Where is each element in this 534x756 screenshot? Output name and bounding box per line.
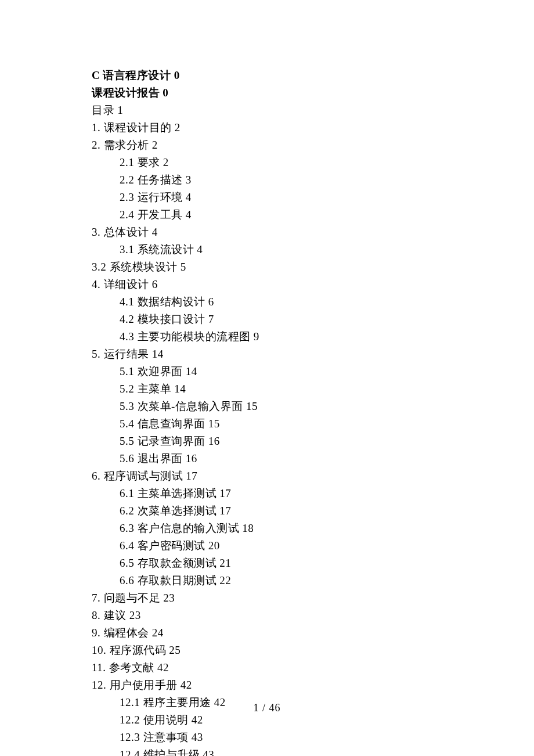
toc-entry: 5. 运行结果 14 — [92, 345, 476, 363]
toc-heading: 目录 1 — [92, 102, 476, 119]
toc-entry: 5.3 次菜单-信息输入界面 15 — [92, 398, 476, 415]
toc-entry: 4.2 模块接口设计 7 — [92, 311, 476, 328]
doc-title-1: C 语言程序设计 0 — [92, 67, 476, 84]
toc-entry: 1. 课程设计目的 2 — [92, 119, 476, 136]
toc-entry: 6.4 客户密码测试 20 — [92, 537, 476, 555]
toc-entry: 8. 建议 23 — [92, 607, 476, 624]
toc-block: 4. 详细设计 64.1 数据结构设计 64.2 模块接口设计 74.3 主要功… — [92, 276, 476, 756]
toc-block: 1. 课程设计目的 22. 需求分析 22.1 要求 22.2 任务描述 32.… — [92, 119, 476, 258]
toc-entry: 10. 程序源代码 25 — [92, 642, 476, 659]
toc-entry: 6.6 存取款日期测试 22 — [92, 572, 476, 589]
toc-entry: 5.2 主菜单 14 — [92, 380, 476, 398]
toc-entry: 4. 详细设计 6 — [92, 276, 476, 293]
toc-entry: 4.3 主要功能模块的流程图 9 — [92, 328, 476, 345]
toc-entry: 5.5 记录查询界面 16 — [92, 433, 476, 450]
toc-entry: 5.1 欢迎界面 14 — [92, 363, 476, 380]
toc-entry: 11. 参考文献 42 — [92, 659, 476, 676]
toc-entry: 12. 用户使用手册 42 — [92, 676, 476, 694]
toc-entry: 3. 总体设计 4 — [92, 224, 476, 241]
toc-entry: 12.4 维护与升级 43 — [92, 746, 476, 756]
toc-entry: 6.2 次菜单选择测试 17 — [92, 502, 476, 520]
toc-entry: 2.4 开发工具 4 — [92, 206, 476, 224]
toc-entry: 5.6 退出界面 16 — [92, 450, 476, 467]
toc-entry: 6. 程序调试与测试 17 — [92, 467, 476, 485]
document-page: C 语言程序设计 0 课程设计报告 0 目录 1 1. 课程设计目的 22. 需… — [0, 0, 534, 756]
toc-entry: 6.5 存取款金额测试 21 — [92, 555, 476, 572]
toc-entry: 2. 需求分析 2 — [92, 136, 476, 154]
toc-entry: 7. 问题与不足 23 — [92, 589, 476, 607]
toc-entry: 6.3 客户信息的输入测试 18 — [92, 520, 476, 537]
page-footer: 1 / 46 — [0, 702, 534, 714]
toc-entry: 2.3 运行环境 4 — [92, 189, 476, 206]
toc-entry: 6.1 主菜单选择测试 17 — [92, 485, 476, 502]
toc-entry: 2.2 任务描述 3 — [92, 171, 476, 189]
toc-entry: 9. 编程体会 24 — [92, 624, 476, 642]
toc-entry: 3.2 系统模块设计 5 — [92, 258, 476, 276]
toc-entry: 4.1 数据结构设计 6 — [92, 293, 476, 311]
toc-entry: 2.1 要求 2 — [92, 154, 476, 171]
doc-title-2: 课程设计报告 0 — [92, 84, 476, 102]
toc-entry: 5.4 信息查询界面 15 — [92, 415, 476, 433]
toc-entry: 12.3 注意事项 43 — [92, 729, 476, 746]
toc-entry: 3.1 系统流设计 4 — [92, 241, 476, 258]
